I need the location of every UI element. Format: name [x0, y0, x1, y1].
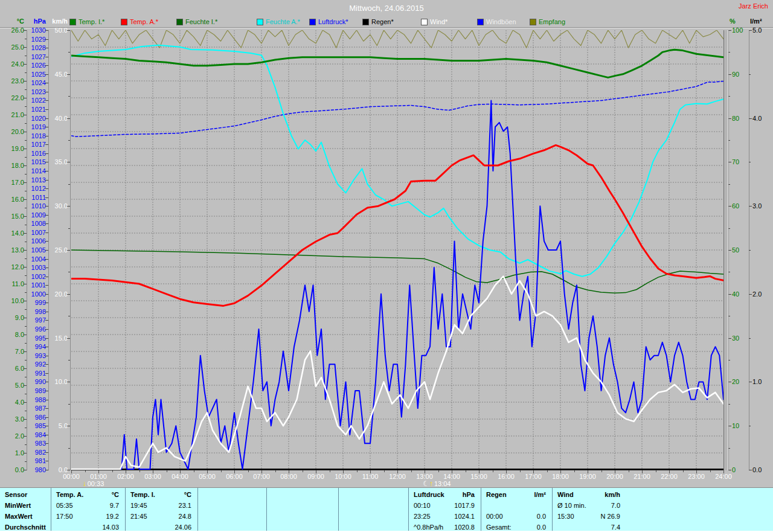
stats-row-label: MinWert: [0, 500, 51, 511]
axis-tick: [45, 100, 48, 101]
legend-item-wind[interactable]: Wind*: [421, 18, 447, 25]
legend-label: Temp. A.*: [130, 18, 158, 25]
page-title: Mittwoch, 24.06.2015: [0, 4, 773, 13]
axis-minor-tick: [68, 448, 70, 449]
axis-minor-tick: [728, 448, 730, 449]
stats-value-row: [339, 500, 408, 511]
stats-header-sensor: Temp. I.: [126, 489, 168, 500]
x-axis-tick: [397, 470, 398, 473]
stats-value-row: [339, 511, 408, 522]
axis-tick: [67, 250, 70, 251]
stats-header-row: Regenl/m²: [481, 489, 552, 500]
stats-header-sensor: [339, 489, 380, 500]
stats-cell-value: 0.0: [523, 511, 552, 522]
stats-cell-time: 17:50: [51, 511, 94, 522]
axis-tick-label-pressure: 993: [0, 352, 46, 359]
axis-tick-label-wind-speed: 25.0: [0, 246, 68, 254]
legend-item-empfang[interactable]: Empfang: [530, 18, 565, 25]
x-axis-tick: [207, 470, 208, 473]
axis-tick: [749, 382, 752, 382]
axis-tick-label-humidity: 40: [732, 290, 739, 298]
axis-tick: [45, 127, 48, 127]
axis-tick-label-pressure: 984: [0, 431, 46, 438]
legend-item-windben[interactable]: Windböen: [477, 18, 516, 25]
stats-cell-value: [380, 500, 408, 511]
stats-cell-time: 23:25: [409, 511, 451, 522]
x-axis-tick: [696, 470, 697, 473]
stats-header-unit: l/m²: [523, 489, 552, 500]
stats-cell-time: 21:45: [126, 511, 168, 522]
x-axis-label: 03:00: [140, 473, 166, 480]
axis-tick: [45, 109, 48, 110]
axis-tick-label-pressure: 1017: [0, 141, 46, 148]
axis-minor-tick: [68, 96, 70, 97]
series-line-wind: [71, 277, 723, 469]
legend-item-feuchtea[interactable]: Feuchte A.*: [257, 18, 300, 25]
axis-tick-label-humidity: 20: [732, 378, 739, 385]
moon-set-icon: ↓: [83, 481, 86, 487]
axis-tick: [45, 320, 48, 321]
legend-item-feuchtei[interactable]: Feuchte I.*: [176, 18, 217, 25]
stats-cell-time: [267, 500, 309, 511]
x-axis-tick: [289, 470, 289, 473]
stats-header-row: [198, 489, 266, 500]
chart-plot-area[interactable]: [71, 30, 723, 470]
axis-tick-label-wind-speed: 20.0: [0, 290, 68, 298]
stats-value-row: 17:5019.2: [51, 511, 125, 522]
weather-app-window: Mittwoch, 24.06.2015 Jarz Erich °C hPa k…: [0, 0, 773, 532]
stats-header-unit: [309, 489, 338, 500]
stats-cell-value: 24.8: [168, 511, 197, 522]
legend-label: Feuchte I.*: [185, 18, 217, 25]
time-marker-label: 13:04: [434, 480, 451, 487]
stats-value-row: [198, 511, 266, 522]
x-axis-tick: [330, 470, 330, 472]
stats-header-sensor: Regen: [481, 489, 523, 500]
axis-tick: [45, 373, 48, 374]
x-axis-tick: [425, 470, 425, 473]
legend-item-luftdruck[interactable]: Luftdruck*: [309, 18, 348, 25]
legend-label: Windböen: [486, 18, 516, 25]
stats-cell-value: [239, 500, 266, 511]
axis-minor-tick: [749, 74, 751, 75]
axis-tick-label-pressure: 1009: [0, 211, 46, 219]
x-axis-tick: [98, 470, 99, 473]
moon-rise-icon: ☾↑: [423, 481, 433, 487]
axis-tick: [45, 435, 48, 435]
x-axis-tick: [710, 470, 711, 472]
x-axis-tick: [221, 470, 222, 472]
stats-header-row: LuftdruckhPa: [409, 489, 481, 500]
legend-item-tempi[interactable]: Temp. I.*: [69, 18, 104, 25]
axis-tick-label-wind-speed: 10.0: [0, 378, 68, 385]
x-axis-tick: [411, 470, 412, 472]
stats-column-labels: SensorMinWertMaxWertDurchschnitt: [0, 488, 51, 531]
axis-tick: [45, 92, 48, 92]
axis-tick: [728, 162, 731, 162]
x-axis-tick: [629, 470, 629, 472]
axis-tick-label-pressure: 1018: [0, 132, 46, 139]
stats-value-row: [481, 500, 552, 511]
axis-minor-tick: [728, 52, 730, 53]
axis-tick-label-rain: 4.0: [752, 115, 762, 122]
axis-tick: [45, 461, 48, 461]
axis-tick-label-pressure: 982: [0, 449, 46, 456]
stats-column-tempa: Temp. A.°C05:359.717:5019.214.03: [51, 488, 125, 531]
stats-cell-value: [309, 500, 338, 511]
legend-swatch-icon: [69, 19, 76, 25]
stats-cell-value: 1024.1: [451, 511, 481, 522]
stats-header-sensor: Luftdruck: [409, 489, 451, 500]
legend-item-tempa[interactable]: Temp. A.*: [121, 18, 158, 25]
axis-tick-label-humidity: 100: [732, 27, 743, 34]
unit-label-kmh: km/h: [0, 18, 68, 25]
axis-minor-tick: [728, 140, 730, 141]
axis-tick: [728, 382, 731, 382]
axis-minor-tick: [68, 272, 70, 272]
axis-minor-tick: [728, 184, 730, 185]
x-axis-label: 06:00: [221, 473, 248, 480]
chart-canvas: [71, 30, 723, 470]
legend-item-regen[interactable]: Regen*: [362, 18, 394, 25]
axis-tick-label-pressure: 999: [0, 299, 46, 306]
x-axis-label: 21:00: [629, 473, 655, 480]
x-axis-label: 24:00: [710, 473, 737, 480]
axis-tick-label-pressure: 1024: [0, 79, 46, 86]
axis-tick-label-pressure: 1002: [0, 273, 46, 280]
